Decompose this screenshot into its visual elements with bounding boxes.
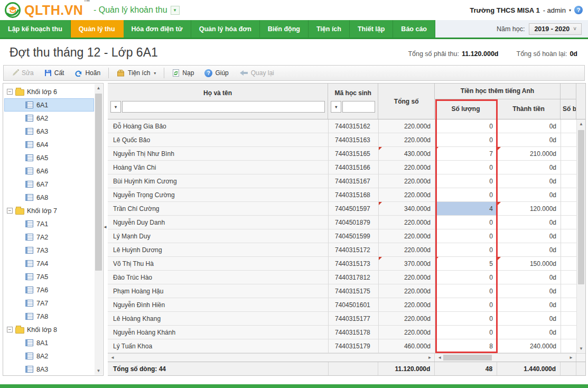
qty-cell[interactable]: 0 bbox=[435, 312, 498, 326]
code-cell[interactable]: 7440315162 bbox=[329, 119, 379, 133]
amount-cell[interactable]: 0d bbox=[498, 133, 561, 147]
extra-cell[interactable] bbox=[561, 298, 577, 312]
scrollbar-thumb[interactable] bbox=[578, 130, 584, 284]
table-row[interactable]: Bùi Huỳnh Kim Cương7440315167220.000d00d bbox=[108, 174, 577, 188]
left-pane-hscrollbar[interactable]: ◄ ► bbox=[108, 354, 435, 362]
amount-cell[interactable]: 150.000d bbox=[498, 257, 561, 271]
qty-cell[interactable]: 0 bbox=[435, 174, 498, 188]
total-cell[interactable]: 340.000d bbox=[379, 202, 435, 216]
filter-dropdown-icon[interactable]: ▾ bbox=[331, 101, 341, 113]
undo-button[interactable]: Hoãn bbox=[70, 67, 105, 79]
tree-item-6a8[interactable]: 6A8 bbox=[4, 191, 94, 204]
scrollbar-thumb[interactable] bbox=[95, 94, 102, 271]
amount-cell[interactable]: 210.000d bbox=[498, 147, 561, 161]
qty-cell[interactable]: 5 bbox=[435, 257, 498, 271]
scroll-right-icon[interactable]: ► bbox=[427, 355, 432, 360]
collapse-icon[interactable]: − bbox=[7, 327, 13, 332]
name-cell[interactable]: Nguyễn Duy Danh bbox=[108, 216, 329, 229]
table-row[interactable]: Đỗ Hoàng Gia Bảo7440315162220.000d00d bbox=[108, 119, 577, 133]
code-cell[interactable]: 7440315167 bbox=[329, 174, 379, 188]
amount-cell[interactable]: 240.000d bbox=[498, 339, 561, 353]
scroll-down-icon[interactable]: ▼ bbox=[95, 368, 102, 373]
amount-cell[interactable]: 0d bbox=[498, 271, 561, 284]
nav-tab[interactable]: Báo cáo bbox=[393, 20, 435, 38]
table-row[interactable]: Lý Tuấn Khoa7440315179460.000d8240.000d bbox=[108, 339, 577, 353]
code-cell[interactable]: 7440315173 bbox=[329, 257, 379, 271]
total-cell[interactable]: 220.000d bbox=[379, 298, 435, 312]
name-cell[interactable]: Phạm Hoàng Hậu bbox=[108, 284, 329, 298]
name-cell[interactable]: Lê Huỳnh Dương bbox=[108, 243, 329, 257]
code-cell[interactable]: 7440315172 bbox=[329, 243, 379, 257]
nav-tab[interactable]: Lập kế hoạch thu bbox=[0, 20, 71, 38]
tree-group[interactable]: −Khối lớp 8 bbox=[4, 323, 94, 336]
amount-cell[interactable]: 0d bbox=[498, 284, 561, 298]
qty-cell[interactable]: 4 bbox=[435, 202, 498, 216]
right-pane-hscrollbar[interactable]: ◄ ► bbox=[435, 354, 576, 362]
tree-item-6a3[interactable]: 6A3 bbox=[4, 125, 94, 138]
table-row[interactable]: Lý Mạnh Duy7404501599220.000d00d bbox=[108, 229, 577, 243]
table-row[interactable]: Nguyễn Trọng Cường7440315168220.000d00d bbox=[108, 188, 577, 202]
table-row[interactable]: Hoàng Văn Chi7440315166220.000d00d bbox=[108, 161, 577, 174]
qty-cell[interactable]: 0 bbox=[435, 326, 498, 339]
extra-cell[interactable] bbox=[561, 284, 577, 298]
panel-splitter[interactable]: ◄ bbox=[104, 83, 108, 376]
code-cell[interactable]: 7440315177 bbox=[329, 312, 379, 326]
nav-tab[interactable]: Quản lý thu bbox=[71, 20, 124, 38]
total-cell[interactable]: 220.000d bbox=[379, 119, 435, 133]
amount-cell[interactable]: 0d bbox=[498, 216, 561, 229]
name-cell[interactable]: Hoàng Văn Chi bbox=[108, 161, 329, 174]
collapse-icon[interactable]: − bbox=[7, 208, 13, 214]
filter-dropdown-icon[interactable]: ▾ bbox=[110, 101, 121, 113]
code-cell[interactable]: 7440315175 bbox=[329, 284, 379, 298]
tree-item-6a4[interactable]: 6A4 bbox=[4, 138, 94, 151]
tree-item-8a2[interactable]: 8A2 bbox=[4, 349, 94, 363]
total-cell[interactable]: 220.000d bbox=[379, 243, 435, 257]
scroll-up-icon[interactable]: ▲ bbox=[577, 122, 585, 126]
amount-cell[interactable]: 0d bbox=[498, 174, 561, 188]
extra-cell[interactable] bbox=[561, 339, 577, 353]
name-cell[interactable]: Nguyễn Thị Như Bình bbox=[108, 147, 329, 161]
amount-cell[interactable]: 0d bbox=[498, 243, 561, 257]
tree-item-6a1[interactable]: 6A1 bbox=[4, 98, 94, 112]
grid-scrollbar[interactable]: ▲ ▼ bbox=[576, 119, 585, 353]
name-cell[interactable]: Lê Quốc Bảo bbox=[108, 133, 329, 147]
total-cell[interactable]: 220.000d bbox=[379, 326, 435, 339]
tree-item-7a6[interactable]: 7A6 bbox=[4, 283, 94, 297]
name-cell[interactable]: Nguyễn Hoàng Khánh bbox=[108, 326, 329, 339]
amount-cell[interactable]: 0d bbox=[498, 312, 561, 326]
nav-tab[interactable]: Thiết lập bbox=[350, 20, 393, 38]
user-dropdown-icon[interactable]: ▾ bbox=[569, 8, 571, 13]
qty-cell[interactable]: 8 bbox=[435, 339, 498, 353]
save-button[interactable]: Cất bbox=[40, 67, 69, 79]
amount-cell[interactable]: 0d bbox=[498, 188, 561, 202]
name-cell[interactable]: Trần Chí Cường bbox=[108, 202, 329, 216]
tree-group[interactable]: −Khối lớp 6 bbox=[4, 85, 94, 98]
table-row[interactable]: Phạm Hoàng Hậu7440315175220.000d00d bbox=[108, 284, 577, 298]
total-cell[interactable]: 220.000d bbox=[379, 188, 435, 202]
extra-cell[interactable] bbox=[561, 119, 577, 133]
table-row[interactable]: Nguyễn Duy Danh7404501879220.000d00d bbox=[108, 216, 577, 229]
table-row[interactable]: Nguyễn Đình Hiền7404501601220.000d00d bbox=[108, 298, 577, 312]
tree-item-6a2[interactable]: 6A2 bbox=[4, 112, 94, 125]
collapse-panel-icon[interactable]: ◄ bbox=[103, 225, 107, 229]
scroll-right-icon[interactable]: ► bbox=[569, 355, 573, 360]
qty-cell[interactable]: 7 bbox=[435, 147, 498, 161]
extra-cell[interactable] bbox=[561, 243, 577, 257]
total-cell[interactable]: 460.000d bbox=[379, 339, 435, 353]
name-cell[interactable]: Đào Trúc Hào bbox=[108, 271, 329, 284]
table-row[interactable]: Nguyễn Hoàng Khánh7440315178220.000d00d bbox=[108, 326, 577, 339]
scroll-left-icon[interactable]: ◄ bbox=[110, 355, 115, 360]
tree-item-7a2[interactable]: 7A2 bbox=[4, 230, 94, 244]
extra-cell[interactable] bbox=[561, 147, 577, 161]
name-cell[interactable]: Nguyễn Đình Hiền bbox=[108, 298, 329, 312]
qty-cell[interactable]: 0 bbox=[435, 133, 498, 147]
extra-cell[interactable] bbox=[561, 202, 577, 216]
module-dropdown-icon[interactable]: ▾ bbox=[171, 6, 180, 15]
qty-cell[interactable]: 0 bbox=[435, 216, 498, 229]
extra-cell[interactable] bbox=[561, 271, 577, 284]
extra-cell[interactable] bbox=[561, 216, 577, 229]
tree-item-7a5[interactable]: 7A5 bbox=[4, 270, 94, 283]
name-cell[interactable]: Lý Tuấn Khoa bbox=[108, 339, 329, 353]
amount-cell[interactable]: 120.000d bbox=[498, 202, 561, 216]
table-row[interactable]: Võ Thị Thu Hà7440315173370.000d5150.000d bbox=[108, 257, 577, 271]
